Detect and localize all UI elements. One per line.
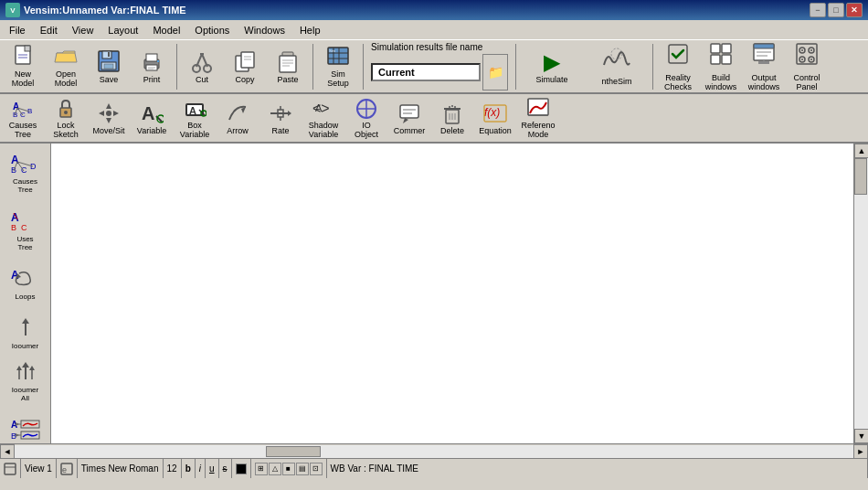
arrow-button[interactable]: Arrow bbox=[217, 96, 259, 140]
svg-marker-133 bbox=[16, 433, 19, 437]
status-italic[interactable]: i bbox=[196, 459, 206, 478]
svg-point-55 bbox=[810, 59, 812, 60]
paste-button[interactable]: Paste bbox=[267, 43, 309, 91]
maximize-button[interactable]: □ bbox=[828, 3, 844, 17]
menu-item-options[interactable]: Options bbox=[187, 23, 237, 37]
font-name: Times New Roman bbox=[81, 463, 159, 474]
svg-rect-42 bbox=[754, 44, 774, 48]
sim-file-input[interactable]: Current bbox=[371, 63, 481, 81]
open-model-button[interactable]: OpenModel bbox=[45, 43, 87, 91]
status-wb-var: WB Var : FINAL TIME bbox=[327, 459, 868, 478]
move-sit-button[interactable]: Move/Sit bbox=[88, 96, 130, 140]
box-variable-button[interactable]: A BoxVariable bbox=[174, 96, 216, 140]
simulate-icon: ▶ bbox=[544, 49, 560, 75]
svg-point-53 bbox=[801, 59, 803, 60]
font-size: 12 bbox=[167, 463, 177, 474]
reference-mode-label: ReferenoMode bbox=[521, 122, 555, 140]
title-bar-left: V Vensim:Unnamed Var:FINAL TIME bbox=[5, 3, 186, 17]
menu-item-model[interactable]: Model bbox=[145, 23, 187, 37]
svg-marker-91 bbox=[403, 118, 408, 123]
copy-button[interactable]: Copy bbox=[224, 43, 266, 91]
svg-point-51 bbox=[810, 49, 812, 51]
svg-marker-79 bbox=[288, 111, 291, 116]
build-windows-icon bbox=[708, 41, 734, 71]
status-bold[interactable]: b bbox=[182, 459, 196, 478]
causes-tree-button[interactable]: A B C B CausesTree bbox=[2, 96, 44, 140]
output-windows-button[interactable]: Outputwindows bbox=[743, 43, 785, 91]
scroll-up-button[interactable]: ▲ bbox=[854, 144, 868, 158]
svg-text:D: D bbox=[30, 162, 37, 171]
menu-item-edit[interactable]: Edit bbox=[33, 23, 65, 37]
copy-icon bbox=[231, 48, 259, 75]
simulate-button[interactable]: ▶ Simulate bbox=[520, 43, 584, 91]
svg-marker-67 bbox=[99, 111, 104, 116]
scroll-down-button[interactable]: ▼ bbox=[854, 429, 868, 443]
io-object-button[interactable]: IOObject bbox=[345, 96, 387, 140]
left-causes-tree-button[interactable]: A B C D CausesTree bbox=[3, 147, 48, 197]
underline-label[interactable]: u bbox=[209, 463, 215, 474]
scroll-thumb-right[interactable] bbox=[854, 158, 867, 195]
io-object-label: IOObject bbox=[355, 122, 378, 140]
canvas-area[interactable] bbox=[51, 144, 853, 443]
scroll-left-button[interactable]: ◄ bbox=[0, 444, 15, 459]
status-strikethrough[interactable]: s bbox=[219, 459, 232, 478]
cut-button[interactable]: Cut bbox=[181, 43, 223, 91]
status-extra-icons: ⊞ △ ■ ▤ ⊡ bbox=[255, 463, 323, 475]
scroll-thumb-bottom[interactable] bbox=[266, 446, 321, 457]
minimize-button[interactable]: − bbox=[810, 3, 826, 17]
reality-checks-button[interactable]: RealityChecks bbox=[657, 43, 699, 91]
status-icons-group: ⊞ △ ■ ▤ ⊡ bbox=[251, 459, 327, 478]
rate-button[interactable]: Rate bbox=[259, 96, 302, 140]
left-iooumer-button[interactable]: Iooumer bbox=[3, 312, 48, 354]
sep3 bbox=[363, 44, 364, 90]
menu-bar: FileEditViewLayoutModelOptionsWindowsHel… bbox=[0, 20, 868, 40]
italic-label[interactable]: i bbox=[199, 463, 201, 474]
save-label: Save bbox=[100, 76, 119, 85]
browse-button[interactable]: 📁 bbox=[482, 54, 508, 91]
toolbar1: NewModel OpenModel Save bbox=[0, 40, 868, 94]
svg-point-69 bbox=[106, 111, 111, 116]
left-iooumer-all-button[interactable]: IooumerAll bbox=[3, 356, 48, 406]
reference-mode-button[interactable]: ReferenoMode bbox=[517, 96, 559, 140]
scroll-right-button[interactable]: ► bbox=[853, 444, 868, 459]
menu-item-view[interactable]: View bbox=[65, 23, 101, 37]
stat-ico-5: ⊡ bbox=[310, 463, 323, 475]
menu-item-layout[interactable]: Layout bbox=[101, 23, 145, 37]
menu-item-file[interactable]: File bbox=[2, 23, 33, 37]
comment-button[interactable]: Commer bbox=[388, 96, 430, 140]
svg-rect-45 bbox=[758, 61, 769, 64]
svg-text:e: e bbox=[62, 465, 67, 474]
delete-button[interactable]: Delete bbox=[431, 96, 473, 140]
equation-button[interactable]: f(x) Equation bbox=[474, 96, 516, 140]
status-view-icon bbox=[0, 459, 21, 478]
shadow-variable-button[interactable]: <> A ShadowVariable bbox=[302, 96, 344, 140]
output-windows-icon bbox=[751, 41, 777, 71]
status-underline[interactable]: u bbox=[206, 459, 219, 478]
strikethrough-label[interactable]: s bbox=[223, 463, 228, 474]
left-uses-tree-button[interactable]: A B C UsesTree bbox=[3, 205, 48, 255]
print-button[interactable]: Print bbox=[131, 43, 173, 91]
synthesim-button[interactable]: ntheSim bbox=[585, 43, 649, 91]
save-button[interactable]: Save bbox=[88, 43, 130, 91]
left-loops-button[interactable]: A Loops bbox=[3, 262, 48, 304]
save-icon bbox=[95, 48, 122, 75]
bold-label[interactable]: b bbox=[185, 463, 191, 474]
status-bar: View 1 e Times New Roman 12 b i u s ⊞ △ … bbox=[0, 458, 868, 478]
variable-button[interactable]: A Variable bbox=[131, 96, 173, 140]
sep1 bbox=[176, 44, 177, 90]
svg-rect-1 bbox=[25, 46, 30, 51]
sim-setup-icon: Sim bbox=[324, 44, 352, 69]
menu-item-help[interactable]: Help bbox=[292, 23, 328, 37]
build-windows-button[interactable]: Buildwindows bbox=[700, 43, 742, 91]
lock-sketch-button[interactable]: LockSketch bbox=[45, 96, 87, 140]
new-model-button[interactable]: NewModel bbox=[2, 43, 44, 91]
left-causes-strip-button[interactable]: A B CausesStrip bbox=[3, 413, 48, 443]
svg-rect-8 bbox=[108, 52, 110, 57]
svg-rect-38 bbox=[722, 44, 731, 53]
menu-item-windows[interactable]: Windows bbox=[237, 23, 292, 37]
sim-setup-button[interactable]: Sim SimSetup bbox=[317, 43, 359, 91]
close-button[interactable]: ✕ bbox=[846, 3, 863, 17]
control-panel-button[interactable]: ControlPanel bbox=[786, 43, 828, 91]
sim-file-section: Simulation results file name Current 📁 bbox=[367, 42, 512, 91]
wb-var-text: WB Var : FINAL TIME bbox=[331, 463, 419, 474]
